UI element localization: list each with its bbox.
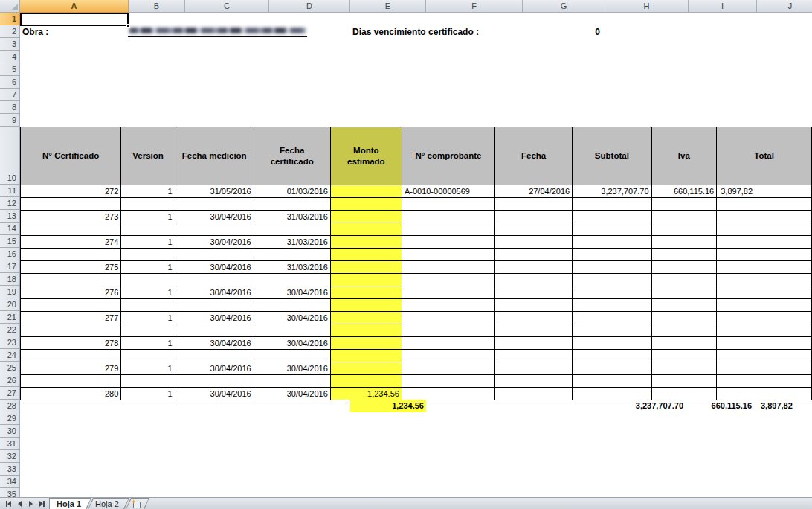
table-cell[interactable] bbox=[21, 350, 121, 362]
table-cell[interactable] bbox=[651, 223, 717, 236]
table-cell[interactable] bbox=[495, 274, 573, 286]
row-header-28[interactable]: 28 bbox=[0, 400, 20, 412]
table-cell[interactable] bbox=[330, 362, 402, 375]
table-cell[interactable] bbox=[254, 324, 330, 337]
table-cell[interactable] bbox=[254, 223, 330, 236]
table-cell[interactable] bbox=[175, 324, 254, 337]
row-header-26[interactable]: 26 bbox=[0, 374, 20, 387]
table-cell[interactable] bbox=[121, 198, 175, 211]
table-cell[interactable] bbox=[402, 274, 494, 286]
table-cell[interactable] bbox=[717, 362, 812, 375]
table-cell[interactable] bbox=[573, 350, 651, 362]
table-cell[interactable] bbox=[402, 337, 494, 350]
table-cell[interactable] bbox=[402, 286, 494, 299]
sheet-tab-hoja-2[interactable]: Hoja 2 bbox=[88, 498, 129, 509]
table-cell[interactable] bbox=[330, 375, 402, 388]
table-cell[interactable] bbox=[330, 236, 402, 249]
table-cell[interactable]: 31/05/2016 bbox=[175, 185, 254, 198]
table-cell[interactable]: 1 bbox=[121, 211, 175, 223]
table-cell[interactable] bbox=[330, 198, 402, 211]
row-header-15[interactable]: 15 bbox=[0, 235, 20, 248]
table-cell[interactable] bbox=[402, 375, 494, 388]
table-cell[interactable] bbox=[21, 375, 121, 388]
row-header-2[interactable]: 2 bbox=[0, 25, 20, 38]
table-cell[interactable]: 31/03/2016 bbox=[254, 261, 330, 274]
table-cell[interactable]: 277 bbox=[21, 312, 121, 324]
table-cell[interactable]: 275 bbox=[21, 261, 121, 274]
table-cell[interactable] bbox=[330, 185, 402, 198]
row-header-30[interactable]: 30 bbox=[0, 425, 20, 438]
table-cell[interactable] bbox=[254, 249, 330, 261]
column-header-j[interactable]: J bbox=[757, 0, 812, 13]
table-cell[interactable] bbox=[330, 274, 402, 286]
row-header-9[interactable]: 9 bbox=[0, 114, 20, 127]
row-header-22[interactable]: 22 bbox=[0, 324, 20, 336]
table-cell[interactable]: 30/04/2016 bbox=[175, 211, 254, 223]
table-header-cell[interactable]: Monto estimado bbox=[330, 127, 402, 185]
table-cell[interactable] bbox=[495, 337, 573, 350]
column-header-i[interactable]: I bbox=[689, 0, 757, 13]
table-cell[interactable] bbox=[175, 249, 254, 261]
row-header-13[interactable]: 13 bbox=[0, 210, 20, 223]
table-cell[interactable] bbox=[175, 299, 254, 312]
table-cell[interactable]: 1 bbox=[121, 312, 175, 324]
row-header-14[interactable]: 14 bbox=[0, 223, 20, 235]
table-cell[interactable] bbox=[495, 223, 573, 236]
table-cell[interactable]: 30/04/2016 bbox=[175, 388, 254, 400]
row-header-24[interactable]: 24 bbox=[0, 349, 20, 362]
table-cell[interactable] bbox=[717, 337, 812, 350]
table-cell[interactable] bbox=[717, 223, 812, 236]
table-cell[interactable] bbox=[651, 211, 717, 223]
table-cell[interactable]: 1,234.56 bbox=[330, 388, 402, 400]
table-cell[interactable] bbox=[495, 388, 573, 400]
column-header-d[interactable]: D bbox=[269, 0, 350, 13]
table-cell[interactable]: 3,897,82 bbox=[717, 185, 812, 198]
table-cell[interactable] bbox=[121, 274, 175, 286]
table-cell[interactable]: 1 bbox=[121, 337, 175, 350]
table-cell[interactable] bbox=[495, 286, 573, 299]
table-cell[interactable]: 272 bbox=[21, 185, 121, 198]
table-cell[interactable] bbox=[21, 249, 121, 261]
table-cell[interactable] bbox=[175, 198, 254, 211]
table-cell[interactable] bbox=[495, 375, 573, 388]
table-cell[interactable] bbox=[651, 261, 717, 274]
table-cell[interactable] bbox=[495, 211, 573, 223]
table-cell[interactable] bbox=[573, 312, 651, 324]
table-cell[interactable]: 273 bbox=[21, 211, 121, 223]
table-cell[interactable] bbox=[330, 299, 402, 312]
table-cell[interactable] bbox=[717, 198, 812, 211]
table-cell[interactable] bbox=[651, 286, 717, 299]
obra-value-redacted[interactable] bbox=[128, 27, 307, 37]
table-cell[interactable] bbox=[495, 350, 573, 362]
table-cell[interactable] bbox=[254, 274, 330, 286]
next-sheet-button[interactable] bbox=[26, 499, 35, 508]
table-cell[interactable] bbox=[121, 350, 175, 362]
table-header-cell[interactable]: Total bbox=[717, 127, 812, 185]
table-cell[interactable] bbox=[573, 388, 651, 400]
table-cell[interactable] bbox=[330, 324, 402, 337]
table-cell[interactable]: 3,237,707.70 bbox=[573, 185, 651, 198]
table-cell[interactable]: 01/03/2016 bbox=[254, 185, 330, 198]
table-cell[interactable] bbox=[402, 388, 494, 400]
row-header-12[interactable]: 12 bbox=[0, 197, 20, 210]
table-cell[interactable] bbox=[573, 362, 651, 375]
table-cell[interactable] bbox=[175, 350, 254, 362]
table-cell[interactable] bbox=[651, 337, 717, 350]
table-cell[interactable] bbox=[573, 324, 651, 337]
table-cell[interactable]: 31/03/2016 bbox=[254, 211, 330, 223]
table-cell[interactable] bbox=[573, 274, 651, 286]
table-cell[interactable] bbox=[717, 274, 812, 286]
table-cell[interactable]: 30/04/2016 bbox=[254, 388, 330, 400]
table-cell[interactable]: 30/04/2016 bbox=[175, 261, 254, 274]
table-header-cell[interactable]: N° Certificado bbox=[21, 127, 121, 185]
table-cell[interactable]: 1 bbox=[121, 261, 175, 274]
previous-sheet-button[interactable] bbox=[15, 499, 24, 508]
row-header-32[interactable]: 32 bbox=[0, 450, 20, 463]
dias-vencimiento-value[interactable]: 0 bbox=[523, 26, 600, 38]
table-header-cell[interactable]: Version bbox=[121, 127, 175, 185]
table-cell[interactable]: 30/04/2016 bbox=[175, 286, 254, 299]
table-cell[interactable] bbox=[21, 198, 121, 211]
table-cell[interactable]: A-0010-00000569 bbox=[402, 185, 494, 198]
table-cell[interactable]: 1 bbox=[121, 286, 175, 299]
table-cell[interactable] bbox=[495, 324, 573, 337]
